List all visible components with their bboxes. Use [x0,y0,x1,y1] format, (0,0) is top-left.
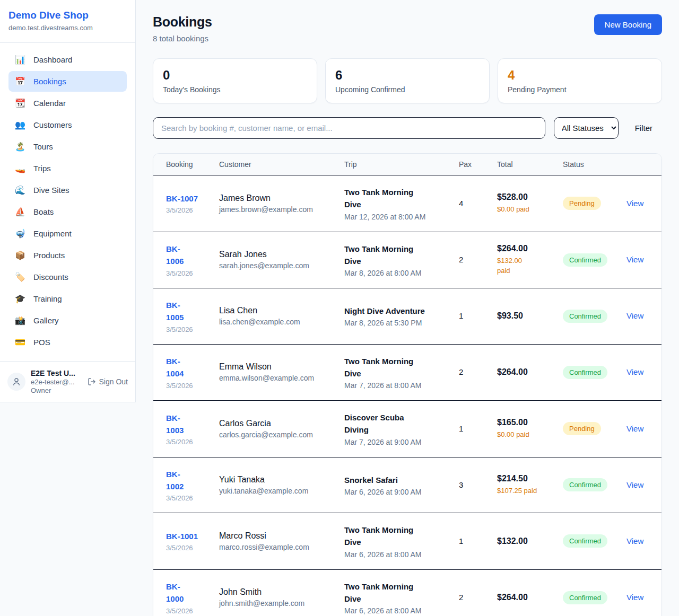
column-header-action [620,154,661,175]
table-row: BK-1007 3/5/2026 James Brown james.brown… [153,175,661,232]
sign-out-button[interactable]: Sign Out [88,377,128,386]
booking-id-link[interactable]: BK- 1006 [166,243,206,268]
filter-button[interactable]: Filter [635,124,652,133]
new-booking-button[interactable]: New Booking [594,14,662,35]
sailboat-icon: ⛵ [15,207,25,217]
trip-name: Snorkel Safari [344,474,446,486]
booking-date: 3/5/2026 [166,206,206,214]
column-header-customer: Customer [213,154,338,175]
bookings-table-card: Booking Customer Trip Pax Total Status B… [153,153,662,616]
customer-email: james.brown@example.com [219,205,332,214]
pax-count: 3 [459,480,463,489]
sidebar-item-products[interactable]: 📦 Products [8,245,127,266]
booking-id-link[interactable]: BK- 1004 [166,355,206,380]
stat-label: Today's Bookings [163,85,307,94]
sidebar-item-calendar[interactable]: 📆 Calendar [8,93,127,113]
booking-id-link[interactable]: BK- 1005 [166,299,206,324]
trip-datetime: Mar 12, 2026 at 8:00 AM [344,213,446,221]
view-link[interactable]: View [626,593,643,602]
user-name: E2E Test U... [31,369,82,377]
column-header-pax: Pax [452,154,491,175]
customer-email: john.smith@example.com [219,599,332,608]
sidebar-item-dive-sites[interactable]: 🌊 Dive Sites [8,180,127,200]
stat-card-todays-bookings: 0 Today's Bookings [153,58,317,103]
wave-icon: 🌊 [15,185,25,195]
view-link[interactable]: View [626,199,643,208]
booking-id-link[interactable]: BK- 1000 [166,580,206,605]
pax-count: 1 [459,424,463,433]
table-row: BK- 1003 3/5/2026 Carlos Garcia carlos.g… [153,401,661,457]
stat-value: 6 [335,68,480,83]
total-amount: $132.00 [497,536,550,546]
sidebar-item-trips[interactable]: 🚤 Trips [8,158,127,179]
sidebar-item-tours[interactable]: 🏝️ Tours [8,136,127,157]
view-link[interactable]: View [626,311,643,320]
user-email: e2e-tester@... [31,378,82,386]
camera-flash-icon: 📸 [15,315,25,325]
diving-mask-icon: 🤿 [15,228,25,239]
trip-name: Two Tank Morning Dive [344,580,446,605]
customer-email: sarah.jones@example.com [219,261,332,270]
customer-name: Yuki Tanaka [219,475,332,485]
trip-name: Discover Scuba Diving [344,411,446,436]
customer-email: yuki.tanaka@example.com [219,487,332,495]
sidebar-item-equipment[interactable]: 🤿 Equipment [8,223,127,244]
table-row: BK- 1006 3/5/2026 Sarah Jones sarah.jone… [153,232,661,288]
user-icon [12,377,21,386]
sign-out-label: Sign Out [99,377,128,386]
speedboat-icon: 🚤 [15,163,25,173]
column-header-booking: Booking [153,154,213,175]
view-link[interactable]: View [626,367,643,376]
table-row: BK- 1002 3/5/2026 Yuki Tanaka yuki.tanak… [153,457,661,513]
page-header: Bookings 8 total bookings New Booking [153,14,662,43]
booking-id-link[interactable]: BK- 1003 [166,412,206,437]
graduation-cap-icon: 🎓 [15,294,25,304]
user-role: Owner [31,386,82,394]
paid-amount: $132.00 paid [497,256,550,276]
pax-count: 4 [459,199,463,208]
sidebar-item-bookings[interactable]: 📅 Bookings [8,71,127,92]
table-row: BK- 1000 3/5/2026 John Smith john.smith@… [153,569,661,616]
sidebar-item-gallery[interactable]: 📸 Gallery [8,310,127,331]
shop-name: Demo Dive Shop [8,10,127,21]
pax-count: 2 [459,367,463,376]
sidebar-item-customers[interactable]: 👥 Customers [8,115,127,135]
column-header-status: Status [556,154,620,175]
stats-row: 0 Today's Bookings 6 Upcoming Confirmed … [153,58,662,103]
view-link[interactable]: View [626,536,643,545]
sidebar-item-discounts[interactable]: 🏷️ Discounts [8,267,127,287]
trip-datetime: Mar 8, 2026 at 8:00 AM [344,269,446,277]
sidebar: Demo Dive Shop demo.test.divestreams.com… [0,0,136,402]
trip-name: Two Tank Morning Dive [344,186,446,211]
booking-date: 3/5/2026 [166,438,206,446]
paid-amount: $0.00 paid [497,429,550,440]
booking-id-link[interactable]: BK-1001 [166,530,206,542]
island-icon: 🏝️ [15,142,25,152]
booking-id-link[interactable]: BK-1007 [166,192,206,205]
total-amount: $528.00 [497,192,550,202]
sidebar-item-training[interactable]: 🎓 Training [8,288,127,309]
bar-chart-icon: 📊 [15,55,25,65]
booking-date: 3/5/2026 [166,494,206,502]
booking-id-link[interactable]: BK- 1002 [166,468,206,493]
pax-count: 2 [459,255,463,264]
app-layout: Demo Dive Shop demo.test.divestreams.com… [0,0,679,616]
view-link[interactable]: View [626,424,643,433]
sidebar-item-boats[interactable]: ⛵ Boats [8,201,127,222]
sidebar-item-pos[interactable]: 💳 POS [8,332,127,353]
customer-name: Sarah Jones [219,250,332,259]
customer-name: Emma Wilson [219,362,332,372]
status-badge: Confirmed [563,310,607,323]
customer-name: John Smith [219,587,332,597]
customer-email: lisa.chen@example.com [219,318,332,326]
paid-amount: $0.00 paid [497,204,550,215]
search-input[interactable] [153,117,545,139]
trip-datetime: Mar 8, 2026 at 5:30 PM [344,319,446,327]
view-link[interactable]: View [626,255,643,264]
sidebar-item-dashboard[interactable]: 📊 Dashboard [8,49,127,70]
stat-label: Pending Payment [508,85,652,94]
status-filter-select[interactable]: All Statuses [554,117,619,139]
view-link[interactable]: View [626,480,643,489]
booking-date: 3/5/2026 [166,544,206,552]
pax-count: 2 [459,593,463,602]
